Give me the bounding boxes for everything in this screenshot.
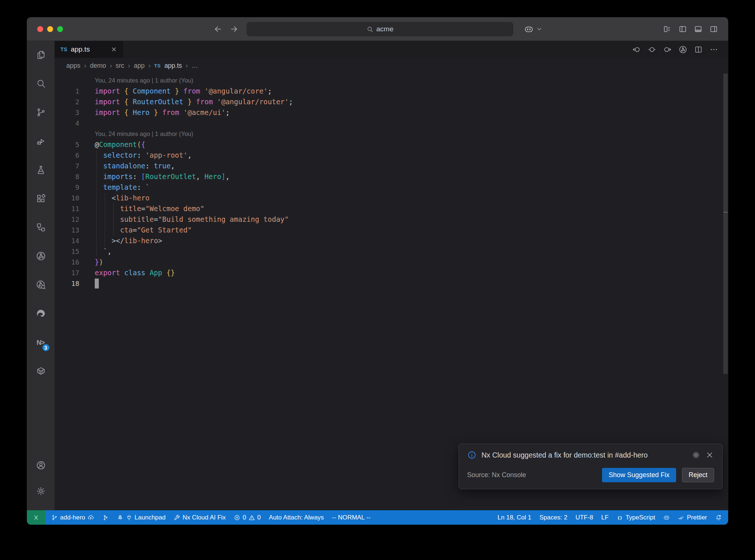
svg-text:{}: {}	[617, 515, 622, 520]
activity-source-control[interactable]	[32, 104, 50, 121]
indent-guide	[105, 225, 105, 235]
chevron-down-icon[interactable]	[536, 26, 543, 32]
activity-project-graph[interactable]	[32, 247, 50, 265]
code-lines: You, 24 minutes ago | 1 author (You)1imp…	[55, 75, 728, 289]
gitlens-back-icon[interactable]	[632, 45, 641, 54]
activity-run-and-debug[interactable]	[32, 132, 50, 150]
close-traffic-light[interactable]	[37, 26, 43, 32]
activity-search[interactable]	[32, 75, 50, 92]
activity-testing[interactable]	[32, 161, 50, 179]
git-blame-annotation: You, 24 minutes ago | 1 author (You)	[55, 75, 728, 86]
status-git-branch[interactable]: add-hero	[47, 510, 98, 525]
activity-badge: 3	[42, 343, 50, 352]
more-actions-icon[interactable]	[709, 45, 719, 54]
zoom-traffic-light[interactable]	[57, 26, 63, 32]
notification-settings-icon[interactable]	[692, 451, 700, 459]
breadcrumb-separator: ›	[110, 62, 112, 70]
commit-graph-icon	[102, 514, 109, 521]
breadcrumb-separator: ›	[128, 62, 130, 70]
code-line-8: 8 imports: [RouterOutlet, Hero],	[55, 171, 728, 182]
window-controls	[37, 17, 63, 41]
activity-accounts[interactable]	[32, 456, 50, 474]
activity-edge-tools[interactable]	[32, 305, 50, 322]
status-source-control-graph[interactable]	[98, 510, 113, 525]
line-number: 10	[55, 193, 95, 203]
indent-guide	[105, 214, 105, 225]
breadcrumb-more[interactable]: …	[192, 62, 198, 70]
layout-sidebar-right-icon[interactable]	[709, 25, 718, 34]
typescript-file-icon: TS	[154, 63, 161, 69]
status-launchpad[interactable]: Launchpad	[113, 510, 170, 525]
tab-app-ts[interactable]: TS app.ts	[55, 41, 123, 58]
reject-button[interactable]: Reject	[682, 468, 714, 482]
activity-containers[interactable]	[32, 362, 50, 380]
code-line-11: 11 title="Welcmoe demo"	[55, 203, 728, 214]
status-label: Nx Cloud AI Fix	[182, 514, 226, 521]
status-indentation[interactable]: Spaces: 2	[535, 510, 571, 525]
line-number: 9	[55, 182, 95, 193]
status-bar-left: add-heroLaunchpadNx Cloud AI Fix00Auto A…	[27, 510, 375, 525]
line-number: 7	[55, 161, 95, 171]
accounts-icon	[36, 460, 46, 470]
activity-explorer[interactable]	[32, 46, 50, 64]
code-text: imports: [RouterOutlet, Hero],	[95, 171, 728, 182]
layout-customize-icon[interactable]	[663, 25, 672, 34]
activity-type-hierarchy[interactable]	[32, 218, 50, 236]
activity-settings[interactable]	[32, 482, 50, 500]
copilot-icon[interactable]	[524, 24, 534, 34]
status-problems[interactable]: 00	[230, 510, 265, 525]
breadcrumb-file[interactable]: app.ts	[164, 62, 182, 70]
breadcrumb-item[interactable]: src	[116, 62, 124, 70]
status-copilot-status[interactable]	[659, 510, 674, 525]
status-auto-attach[interactable]: Auto Attach: Always	[265, 510, 328, 525]
scrollbar-thumb[interactable]	[723, 74, 728, 374]
minimize-traffic-light[interactable]	[47, 26, 53, 32]
indent-guide	[105, 203, 105, 214]
command-center-search[interactable]: acme	[247, 22, 513, 36]
split-editor-icon[interactable]	[694, 45, 703, 54]
code-line-7: 7 standalone: true,	[55, 161, 728, 171]
breadcrumb-item[interactable]: demo	[90, 62, 106, 70]
status-cursor-position[interactable]: Ln 18, Col 1	[494, 510, 536, 525]
extensions-icon	[36, 193, 46, 204]
gitlens-forward-icon[interactable]	[663, 45, 672, 54]
status-eol[interactable]: LF	[597, 510, 613, 525]
code-line-3: 3import { Hero } from '@acme/ui';	[55, 107, 728, 118]
code-line-5: 5@Component({	[55, 139, 728, 150]
status-notifications-bell[interactable]	[711, 510, 726, 525]
remote-icon	[33, 514, 39, 521]
close-tab-icon[interactable]	[111, 46, 117, 53]
plug-icon	[126, 514, 132, 521]
status-remote-indicator[interactable]	[27, 510, 45, 525]
status-language-mode[interactable]: {}TypeScript	[613, 510, 659, 525]
git-blame-annotation: You, 24 minutes ago | 1 author (You)	[55, 129, 728, 139]
wrench-icon	[174, 514, 180, 521]
notification-close-icon[interactable]	[705, 451, 714, 459]
gitlens-graph-icon[interactable]	[678, 45, 688, 54]
status-nx-cloud-ai-fix[interactable]: Nx Cloud AI Fix	[170, 510, 230, 525]
activity-graph-inspect[interactable]	[32, 276, 50, 294]
show-suggested-fix-button[interactable]: Show Suggested Fix	[602, 468, 676, 482]
line-number: 5	[55, 139, 95, 150]
code-text: import { Hero } from '@acme/ui';	[95, 107, 728, 118]
scrollbar[interactable]	[723, 74, 728, 510]
settings-icon	[36, 486, 46, 496]
status-encoding[interactable]: UTF-8	[571, 510, 597, 525]
activity-nx-console[interactable]: N>3	[32, 333, 50, 351]
layout-panel-icon[interactable]	[694, 25, 703, 34]
breadcrumb-item[interactable]: app	[134, 62, 145, 70]
layout-sidebar-left-icon[interactable]	[678, 25, 687, 34]
activity-extensions[interactable]	[32, 190, 50, 207]
notification-source: Source: Nx Console	[467, 471, 526, 479]
status-formatter-prettier[interactable]: Prettier	[674, 510, 711, 525]
line-number: 11	[55, 203, 95, 214]
code-text: @Component({	[95, 139, 728, 150]
line-number: 15	[55, 246, 95, 257]
status-vim-mode[interactable]: -- NORMAL --	[328, 510, 375, 525]
history-forward-icon[interactable]	[229, 24, 239, 34]
gitlens-center-icon[interactable]	[647, 45, 657, 54]
history-back-icon[interactable]	[213, 24, 223, 34]
indent-guide	[113, 225, 114, 235]
breadcrumb-item[interactable]: apps	[66, 62, 80, 70]
rocket-icon	[117, 514, 123, 521]
